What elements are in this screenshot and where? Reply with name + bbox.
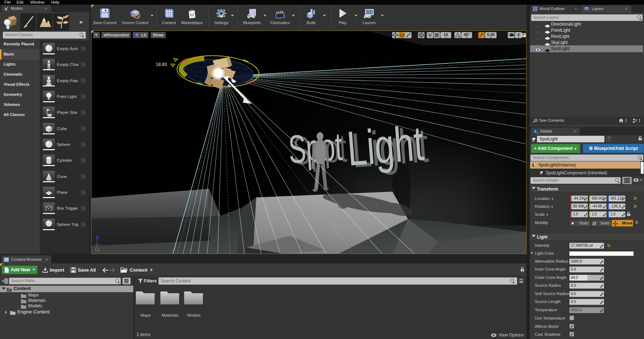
- svg-text:z: z: [98, 236, 100, 240]
- svg-text:18.83: 18.83: [156, 62, 167, 67]
- svg-text:Light: Light: [345, 116, 426, 176]
- svg-text:?: ?: [97, 248, 98, 251]
